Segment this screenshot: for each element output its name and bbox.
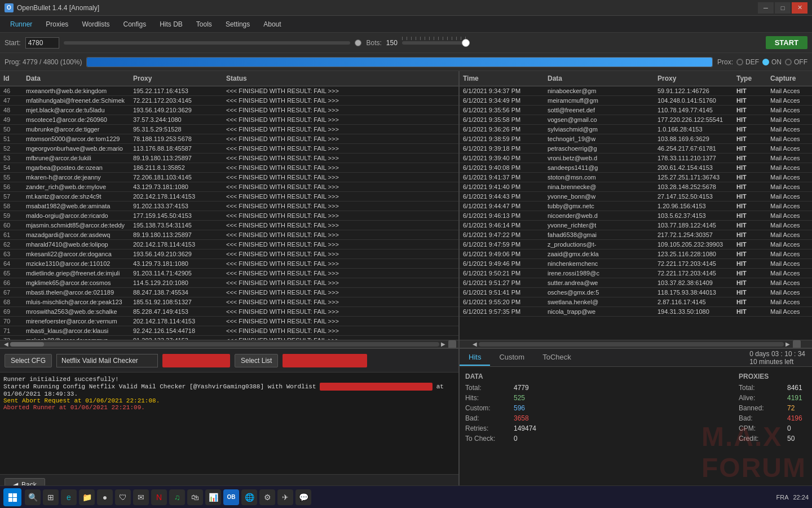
col-proxy: Proxy: [130, 73, 223, 84]
taskbar-openbullet-icon[interactable]: OB: [223, 489, 239, 505]
rrow-data: ninaboecker@gm: [544, 87, 654, 95]
stat-hits-value: 525: [514, 394, 525, 402]
right-table-row: 6/1/2021 9:41:37 PM stoton@msn.com 125.2…: [460, 173, 812, 182]
taskbar-netflix-icon[interactable]: N: [151, 489, 167, 505]
rrow-capture: Mail Acces: [767, 202, 812, 210]
right-table-row: 6/1/2021 9:51:41 PM osches@gmx.de:5 118.…: [460, 288, 812, 297]
bottom-panel: Select CFG Netflix Valid Mail Checker Se…: [0, 348, 812, 494]
select-list-button[interactable]: Select List: [235, 354, 278, 367]
menu-proxies[interactable]: Proxies: [40, 18, 74, 30]
prox-stat-alive-value: 4191: [787, 394, 802, 402]
row-proxy: 37.57.3.244:1080: [130, 116, 223, 124]
col-data: Data: [23, 73, 130, 84]
row-status: <<< FINISHED WITH RESULT: FAIL >>>: [223, 183, 458, 191]
on-radio-group[interactable]: ON: [762, 58, 782, 66]
scroll-left-arrow[interactable]: ◀: [2, 340, 10, 348]
row-status: <<< FINISHED WITH RESULT: FAIL >>>: [223, 125, 458, 133]
minimize-button[interactable]: ─: [758, 2, 774, 14]
taskbar-telegram-icon[interactable]: ✈: [277, 489, 293, 505]
maximize-button[interactable]: □: [775, 2, 791, 14]
scroll-right-arrow[interactable]: ▶: [439, 340, 447, 348]
right-table-row: 6/1/2021 9:47:22 PM fahad6538@gmai 217.7…: [460, 230, 812, 240]
rrow-data: zaaid@gmx.de:kla: [544, 250, 654, 258]
top-controls: Start: Bots: 150 START: [0, 33, 812, 53]
menu-settings[interactable]: Settings: [220, 18, 255, 30]
start-slider[interactable]: [64, 41, 351, 45]
off-label: OFF: [794, 58, 807, 66]
row-data: mtomson5000@arcor.de:tom1229: [23, 135, 130, 143]
row-proxy: 193.56.149.210:3629: [130, 106, 223, 114]
def-label: DEF: [745, 58, 759, 66]
row-status: <<< FINISHED WITH RESULT: FAIL >>>: [223, 288, 458, 296]
row-id: 52: [0, 144, 23, 152]
rrow-type: HIT: [733, 116, 767, 124]
stat-bad: Bad: 3658: [465, 414, 727, 422]
row-proxy: 195.22.117.16:4153: [130, 87, 223, 95]
def-radio-group[interactable]: DEF: [736, 58, 759, 66]
taskbar-settings-icon[interactable]: ⚙: [259, 489, 275, 505]
taskbar-spotify-icon[interactable]: ♫: [169, 489, 185, 505]
scroll-track[interactable]: [10, 342, 439, 347]
taskbar-taskview-icon[interactable]: ⊞: [43, 489, 59, 505]
rrow-time: 6/1/2021 9:46:14 PM: [460, 221, 544, 229]
def-radio[interactable]: [736, 59, 743, 65]
bots-slider[interactable]: [402, 41, 470, 45]
menu-tools[interactable]: Tools: [191, 18, 218, 30]
off-radio[interactable]: [785, 59, 792, 65]
taskbar-chrome-icon[interactable]: ●: [97, 489, 113, 505]
menu-configs[interactable]: Configs: [118, 18, 152, 30]
table-row: 61 mazadgardi@arcor.de:asdewq 89.19.180.…: [0, 230, 458, 240]
select-cfg-button[interactable]: Select CFG: [5, 354, 52, 367]
menu-runner[interactable]: Runner: [5, 18, 38, 30]
right-scroll-track[interactable]: [479, 342, 784, 347]
table-row: 52 mgeorgvonburhave@web.de:mario 113.176…: [0, 144, 458, 154]
taskbar-store-icon[interactable]: 🛍: [187, 489, 203, 505]
row-data: mxeanorth@web.de:kingdom: [23, 87, 130, 95]
rrow-data: nicoender@web.d: [544, 212, 654, 220]
row-proxy: 78.188.119.253:5678: [130, 135, 223, 143]
data-stats: DATA Total: 4779 Hits: 525 Custom: 596 B…: [460, 367, 733, 494]
svg-rect-1: [13, 493, 17, 497]
main-area: Id Data Proxy Status 46 mxeanorth@web.de…: [0, 71, 812, 348]
taskbar-mail-icon[interactable]: ✉: [133, 489, 149, 505]
left-horizontal-scrollbar[interactable]: ◀ ▶: [0, 340, 458, 348]
off-radio-group[interactable]: OFF: [785, 58, 807, 66]
row-status: <<< FINISHED WITH RESULT: FAIL >>>: [223, 173, 458, 181]
config-name: Netflix Valid Mail Checker: [56, 354, 158, 367]
taskbar-search-icon[interactable]: 🔍: [25, 489, 41, 505]
tab-hits[interactable]: Hits: [460, 349, 490, 366]
tab-custom[interactable]: Custom: [490, 349, 533, 366]
row-id: 50: [0, 125, 23, 133]
rrow-capture: Mail Acces: [767, 260, 812, 268]
right-scroll-right[interactable]: ▶: [784, 340, 792, 348]
close-button[interactable]: ✕: [792, 2, 807, 14]
taskbar-msg-icon[interactable]: 💬: [295, 489, 311, 505]
window-controls: ─ □ ✕: [758, 2, 807, 14]
taskbar-shield-icon[interactable]: 🛡: [115, 489, 131, 505]
row-data: zander_rich@web.de:mylove: [23, 183, 130, 191]
rrow-type: HIT: [733, 260, 767, 268]
rrow-proxy: 194.31.33.50:1080: [654, 308, 733, 316]
rrow-time: 6/1/2021 9:35:56 PM: [460, 106, 544, 114]
row-id: 66: [0, 279, 23, 287]
taskbar-start-button[interactable]: [3, 488, 21, 506]
row-proxy: 114.5.129.210:1080: [130, 279, 223, 287]
start-button[interactable]: START: [766, 36, 807, 49]
on-radio[interactable]: [762, 59, 769, 65]
row-id: 56: [0, 183, 23, 191]
taskbar-file-icon[interactable]: 📁: [79, 489, 95, 505]
tab-tocheck[interactable]: ToCheck: [533, 349, 580, 366]
menu-hitsdb[interactable]: Hits DB: [154, 18, 188, 30]
row-data: mroswitha2563@web.de:schalke: [23, 308, 130, 316]
prox-stat-total-name: Total:: [739, 384, 784, 392]
taskbar-edge-icon[interactable]: e: [61, 489, 77, 505]
taskbar-ie-icon[interactable]: 🌐: [241, 489, 257, 505]
log-area: Runner initialized succesfully! Started …: [0, 373, 458, 474]
right-scroll-left[interactable]: ◀: [471, 340, 479, 348]
start-input[interactable]: [25, 37, 59, 49]
menu-wordlists[interactable]: Wordlists: [76, 18, 115, 30]
row-data: mdietlinde.griep@freenet.de:imjuli: [23, 269, 130, 277]
menu-about[interactable]: About: [258, 18, 286, 30]
taskbar-app1-icon[interactable]: 📊: [205, 489, 221, 505]
right-horizontal-scrollbar[interactable]: ◀ ▶: [460, 340, 812, 348]
